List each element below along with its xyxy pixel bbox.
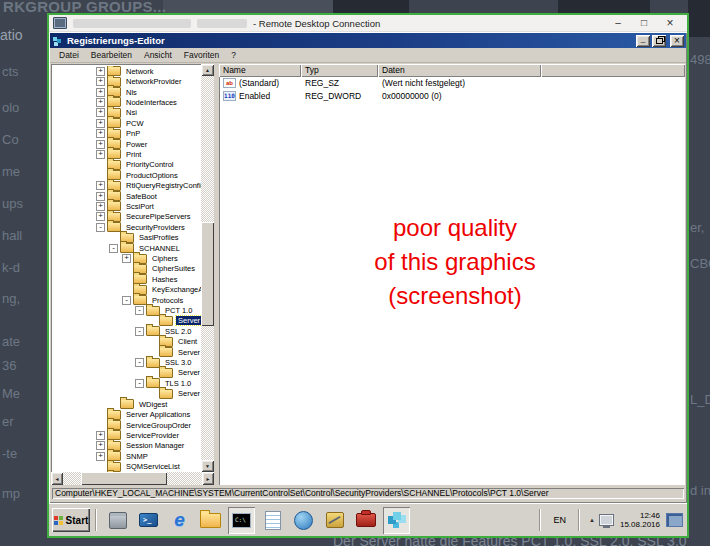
- tree-row[interactable]: PriorityControl: [52, 160, 201, 170]
- tree-row[interactable]: TLS 1.0: [52, 378, 201, 388]
- minimize-button[interactable]: [605, 16, 631, 31]
- powershell-button[interactable]: [135, 507, 162, 534]
- registry-value-row[interactable]: (Standard)REG_SZ(Wert nicht festgelegt): [219, 77, 685, 90]
- regedit-restore-button[interactable]: [652, 35, 666, 47]
- tree-expand-toggle[interactable]: [109, 244, 118, 253]
- tree-row[interactable]: Power: [52, 139, 201, 149]
- tree-expand-toggle[interactable]: [96, 181, 105, 190]
- tree-expand-toggle[interactable]: [96, 88, 105, 97]
- maximize-button[interactable]: [631, 16, 657, 31]
- tree-expand-toggle[interactable]: [96, 441, 105, 450]
- tree-vertical-scrollbar[interactable]: [201, 64, 214, 472]
- tree-row[interactable]: SSL 3.0: [52, 357, 201, 367]
- tree-row[interactable]: SSL 2.0: [52, 326, 201, 336]
- tree-row[interactable]: PnP: [52, 128, 201, 138]
- tree-row[interactable]: Ciphers: [52, 253, 201, 263]
- tree-expand-toggle[interactable]: [96, 98, 105, 107]
- file-explorer-button[interactable]: [197, 507, 224, 534]
- tree-row[interactable]: Nls: [52, 87, 201, 97]
- scroll-right-button[interactable]: [202, 472, 214, 485]
- column-header-data[interactable]: Daten: [378, 64, 541, 77]
- tree-row[interactable]: PCW: [52, 118, 201, 128]
- scrollbar-thumb[interactable]: [201, 222, 214, 326]
- show-hidden-icons-button[interactable]: [589, 517, 595, 523]
- menu-item-datei[interactable]: Datei: [53, 50, 85, 60]
- tree-row[interactable]: Server: [52, 316, 201, 326]
- tree-row[interactable]: ScsiPort: [52, 201, 201, 211]
- language-indicator[interactable]: EN: [550, 515, 569, 525]
- scroll-down-button[interactable]: [201, 460, 214, 472]
- close-button[interactable]: [657, 16, 683, 31]
- tree-row[interactable]: Server Applications: [52, 409, 201, 419]
- notepad-button[interactable]: [259, 507, 286, 534]
- tree-expand-toggle[interactable]: [135, 379, 144, 388]
- server-manager-button[interactable]: [104, 507, 131, 534]
- tree-expand-toggle[interactable]: [135, 358, 144, 367]
- menu-item-ansicht[interactable]: Ansicht: [138, 50, 178, 60]
- tree-expand-toggle[interactable]: [96, 77, 105, 86]
- menu-item-bearbeiten[interactable]: Bearbeiten: [85, 50, 138, 60]
- tree-expand-toggle[interactable]: [96, 108, 105, 117]
- regedit-title-bar[interactable]: Registrierungs-Editor: [50, 33, 686, 48]
- column-header-type[interactable]: Typ: [301, 64, 378, 77]
- tree-expand-toggle[interactable]: [135, 327, 144, 336]
- tree-horizontal-scrollbar[interactable]: [51, 472, 214, 485]
- regedit-minimize-button[interactable]: [636, 35, 650, 47]
- rdp-title-bar[interactable]: - Remote Desktop Connection: [49, 15, 687, 32]
- tree-expand-toggle[interactable]: [96, 202, 105, 211]
- tree-row[interactable]: PCT 1.0: [52, 305, 201, 315]
- tree-expand-toggle[interactable]: [96, 431, 105, 440]
- tree-row[interactable]: WDigest: [52, 399, 201, 409]
- tree-row[interactable]: SNMP: [52, 451, 201, 461]
- tree-row[interactable]: KeyExchangeAlgorithms: [52, 285, 201, 295]
- tray-network-icon[interactable]: [599, 514, 614, 526]
- start-button[interactable]: Start: [52, 508, 90, 532]
- tree-row[interactable]: NetworkProvider: [52, 76, 201, 86]
- tree-expand-toggle[interactable]: [96, 67, 105, 76]
- admin-tools-button[interactable]: [321, 507, 348, 534]
- tree-expand-toggle[interactable]: [122, 296, 131, 305]
- menu-item-hilfe[interactable]: ?: [225, 50, 242, 60]
- scroll-left-button[interactable]: [51, 472, 63, 485]
- toolbox-button[interactable]: [352, 507, 379, 534]
- internet-explorer-button[interactable]: [166, 507, 193, 534]
- tree-expand-toggle[interactable]: [96, 140, 105, 149]
- tree-row[interactable]: Session Manager: [52, 441, 201, 451]
- tree-row[interactable]: ServiceGroupOrder: [52, 420, 201, 430]
- tree-row[interactable]: ProductOptions: [52, 170, 201, 180]
- scrollbar-track[interactable]: [63, 472, 202, 485]
- tree-row[interactable]: Server: [52, 368, 201, 378]
- tree-row[interactable]: Hashes: [52, 274, 201, 284]
- tree-row[interactable]: Protocols: [52, 295, 201, 305]
- scrollbar-track[interactable]: [201, 76, 214, 460]
- tree-row[interactable]: Server: [52, 347, 201, 357]
- command-prompt-button[interactable]: [228, 507, 255, 534]
- tree-row[interactable]: Network: [52, 66, 201, 76]
- scrollbar-thumb[interactable]: [81, 472, 167, 485]
- tree-row[interactable]: NodeInterfaces: [52, 97, 201, 107]
- tree-expand-toggle[interactable]: [96, 119, 105, 128]
- tree-row[interactable]: Nsi: [52, 108, 201, 118]
- tree-row[interactable]: SecurePipeServers: [52, 212, 201, 222]
- tree-expand-toggle[interactable]: [96, 223, 105, 232]
- tree-expand-toggle[interactable]: [122, 254, 131, 263]
- regedit-close-button[interactable]: [670, 35, 684, 47]
- tree-expand-toggle[interactable]: [96, 129, 105, 138]
- tree-expand-toggle[interactable]: [96, 212, 105, 221]
- tree-row[interactable]: CipherSuites: [52, 264, 201, 274]
- column-header-name[interactable]: Name: [219, 64, 301, 77]
- tree-row[interactable]: Client: [52, 337, 201, 347]
- tree-row[interactable]: Print: [52, 149, 201, 159]
- tree-row[interactable]: SQMServiceList: [52, 461, 201, 471]
- regedit-button[interactable]: [383, 507, 410, 534]
- tree-row[interactable]: ServiceProvider: [52, 430, 201, 440]
- tree-expand-toggle[interactable]: [135, 306, 144, 315]
- tree-row[interactable]: SafeBoot: [52, 191, 201, 201]
- tree-expand-toggle[interactable]: [96, 452, 105, 461]
- registry-value-row[interactable]: EnabledREG_DWORD0x00000000 (0): [219, 90, 685, 103]
- tree-expand-toggle[interactable]: [96, 150, 105, 159]
- tree-row[interactable]: SCHANNEL: [52, 243, 201, 253]
- taskbar-clock[interactable]: 12:46 15.08.2016: [618, 511, 662, 529]
- menu-item-favoriten[interactable]: Favoriten: [178, 50, 225, 60]
- scroll-up-button[interactable]: [201, 64, 214, 76]
